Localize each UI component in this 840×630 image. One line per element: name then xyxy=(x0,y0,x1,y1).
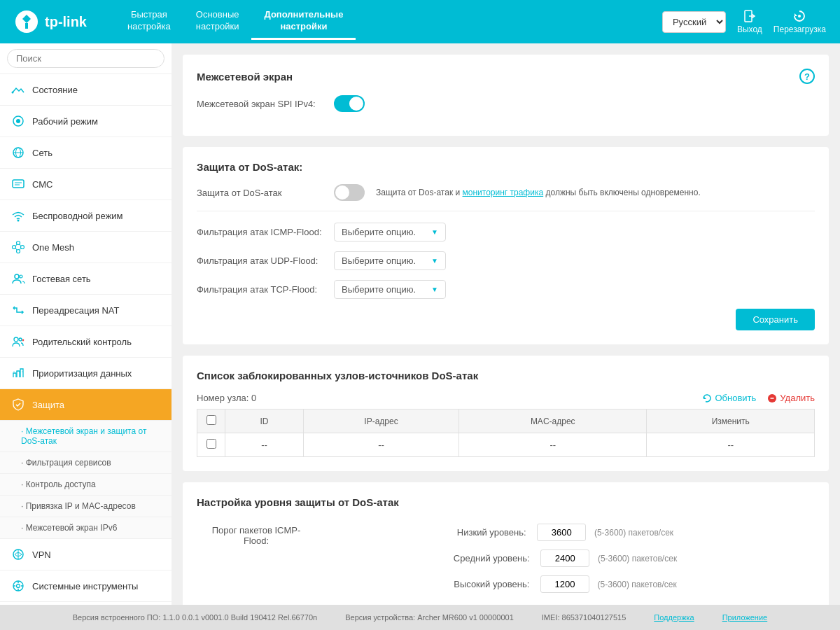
language-select[interactable]: Русский English xyxy=(662,11,726,33)
svg-point-26 xyxy=(14,337,18,342)
firewall-help-icon[interactable]: ? xyxy=(799,69,815,84)
svg-point-16 xyxy=(13,246,16,249)
sub-item-firewall-ipv6[interactable]: · Межсетевой экран IPv6 xyxy=(0,517,172,539)
svg-rect-1 xyxy=(25,23,28,29)
vpn-icon xyxy=(11,547,25,561)
sidebar-item-label-sms: СМС xyxy=(32,179,52,190)
dos-protection-label: Защита от DoS-атак xyxy=(197,188,323,198)
sub-item-ip-mac-binding[interactable]: · Привязка IP и MAC-адресов xyxy=(0,496,172,517)
sidebar-item-vpn[interactable]: VPN xyxy=(0,539,172,570)
refresh-icon xyxy=(702,393,712,403)
svg-point-15 xyxy=(18,220,20,222)
sidebar-item-label-security: Защита xyxy=(32,400,64,410)
content-area: Межсетевой экран ? Межсетевой экран SPI … xyxy=(172,43,840,605)
dos-icmp-low-input[interactable]: 3600 xyxy=(537,524,586,541)
svg-point-19 xyxy=(17,250,20,253)
svg-point-8 xyxy=(16,119,20,123)
tab-quick-setup[interactable]: Быстрая настройка xyxy=(115,4,183,41)
sidebar-item-mesh[interactable]: One Mesh xyxy=(0,232,172,263)
row-checkbox[interactable] xyxy=(206,439,216,449)
select-all-checkbox[interactable] xyxy=(206,415,216,425)
sidebar-item-mode[interactable]: Рабочий режим xyxy=(0,106,172,137)
sub-item-access-control[interactable]: · Контроль доступа xyxy=(0,474,172,496)
sub-item-firewall-dos[interactable]: · Межсетевой экран и защита от DoS-атак xyxy=(0,421,172,452)
sidebar-item-label-wireless: Беспроводной режим xyxy=(32,211,123,221)
dos-save-button[interactable]: Сохранить xyxy=(736,309,815,330)
logo: tp-link xyxy=(14,9,87,34)
firewall-section-title: Межсетевой экран ? xyxy=(197,69,815,84)
sidebar-item-parental[interactable]: Родительский контроль xyxy=(0,326,172,358)
dos-icmp-table: Порог пакетов ICMP-Flood: Низкий уровень… xyxy=(197,519,815,597)
tp-link-logo-icon xyxy=(14,9,39,34)
tab-basic-settings[interactable]: Основные настройки xyxy=(183,4,252,41)
sidebar-item-wireless[interactable]: Беспроводной режим xyxy=(0,200,172,232)
dos-levels-card: Настройка уровня защиты от DoS-атак Поро… xyxy=(183,482,829,605)
refresh-button[interactable]: Обновить xyxy=(702,393,756,403)
dos-udp-table: Порог пакетов UDP-Flood: Низкий уровень:… xyxy=(197,603,815,605)
header-right: Русский English Выход Перезагрузка xyxy=(662,9,826,34)
dos-udp-group: Порог пакетов UDP-Flood: Низкий уровень:… xyxy=(197,603,815,605)
sidebar-item-sms[interactable]: СМС xyxy=(0,169,172,200)
firewall-title-text: Межсетевой экран xyxy=(197,71,293,83)
sidebar-item-label-nat: Переадресация NAT xyxy=(32,305,119,316)
blocked-table: ID IP-адрес MAC-адрес Изменить -- -- -- … xyxy=(197,409,815,457)
dos-icmp-high-range: (5-3600) пакетов/сек xyxy=(598,580,677,589)
svg-point-18 xyxy=(21,246,24,249)
dos-udp-select[interactable]: Выберите опцию. ▼ xyxy=(334,251,446,270)
dos-tcp-select-arrow: ▼ xyxy=(431,286,438,293)
reboot-icon xyxy=(792,9,806,23)
cell-ip: -- xyxy=(303,433,458,457)
cell-edit: -- xyxy=(647,433,815,457)
delete-button[interactable]: Удалить xyxy=(767,393,815,403)
dos-icmp-select-text: Выберите опцию. xyxy=(342,227,416,237)
sidebar-item-qos[interactable]: Приоритизация данных xyxy=(0,358,172,389)
dos-icmp-select[interactable]: Выберите опцию. ▼ xyxy=(334,223,446,241)
sidebar-item-network[interactable]: Сеть xyxy=(0,137,172,169)
divider-1 xyxy=(197,211,815,211)
dos-udp-select-arrow: ▼ xyxy=(431,257,438,265)
sidebar-item-guest[interactable]: Гостевая сеть xyxy=(0,263,172,295)
traffic-monitor-link[interactable]: мониторинг трафика xyxy=(463,188,544,197)
table-row: -- -- -- -- xyxy=(197,433,815,457)
reboot-button[interactable]: Перезагрузка xyxy=(774,9,826,34)
footer-app-link[interactable]: Приложение xyxy=(722,613,768,622)
wifi-icon xyxy=(11,209,25,223)
dos-protection-toggle[interactable] xyxy=(334,184,365,201)
sidebar-item-label-status: Состояние xyxy=(32,85,78,95)
dos-levels-title: Настройка уровня защиты от DoS-атак xyxy=(197,496,815,508)
search-input[interactable] xyxy=(7,49,164,68)
dos-title-text: Защита от DoS-атак: xyxy=(197,161,302,173)
logout-button[interactable]: Выход xyxy=(737,9,762,34)
dos-icmp-high-input[interactable] xyxy=(540,575,589,593)
dos-icmp-mid-input[interactable] xyxy=(540,550,589,567)
svg-line-22 xyxy=(15,248,17,250)
sidebar-item-status[interactable]: Состояние xyxy=(0,74,172,106)
sidebar-item-nat[interactable]: Переадресация NAT xyxy=(0,295,172,326)
tab-advanced-settings[interactable]: Дополнительные настройки xyxy=(251,4,356,41)
sidebar-item-security[interactable]: Защита xyxy=(0,389,172,421)
dos-section-title: Защита от DoS-атак: xyxy=(197,161,815,173)
logout-icon xyxy=(743,9,757,23)
mesh-icon xyxy=(11,240,25,254)
dos-tcp-label: Фильтрация атак TCP-Flood: xyxy=(197,284,323,295)
table-controls: Номер узла: 0 Обновить xyxy=(197,393,815,403)
footer-support-link[interactable]: Поддержка xyxy=(654,613,694,622)
network-icon xyxy=(11,146,25,160)
firewall-spi-toggle[interactable] xyxy=(334,95,365,112)
blocked-table-card: Список заблокированных узлов-источников … xyxy=(183,356,829,471)
svg-rect-12 xyxy=(13,180,24,188)
dos-icmp-group: Порог пакетов ICMP-Flood: Низкий уровень… xyxy=(197,519,815,545)
firewall-spi-row: Межсетевой экран SPI IPv4: xyxy=(197,95,815,112)
dos-icmp-mid-range: (5-3600) пакетов/сек xyxy=(598,554,677,564)
sub-item-service-filter[interactable]: · Фильтрация сервисов xyxy=(0,452,172,474)
dos-tcp-select[interactable]: Выберите опцию. ▼ xyxy=(334,280,446,299)
table-actions: Обновить Удалить xyxy=(702,393,815,403)
dos-protection-note: Защита от Dos-атак и мониторинг трафика … xyxy=(376,188,701,197)
sidebar-item-tools[interactable]: Системные инструменты xyxy=(0,570,172,602)
dos-udp-label: Фильтрация атак UDP-Flood: xyxy=(197,255,323,266)
sidebar-item-label-parental: Родительский контроль xyxy=(32,337,132,347)
cell-id: -- xyxy=(225,433,304,457)
logo-text: tp-link xyxy=(45,14,87,30)
search-box xyxy=(0,43,172,74)
blocked-table-title: Список заблокированных узлов-источников … xyxy=(197,370,815,382)
